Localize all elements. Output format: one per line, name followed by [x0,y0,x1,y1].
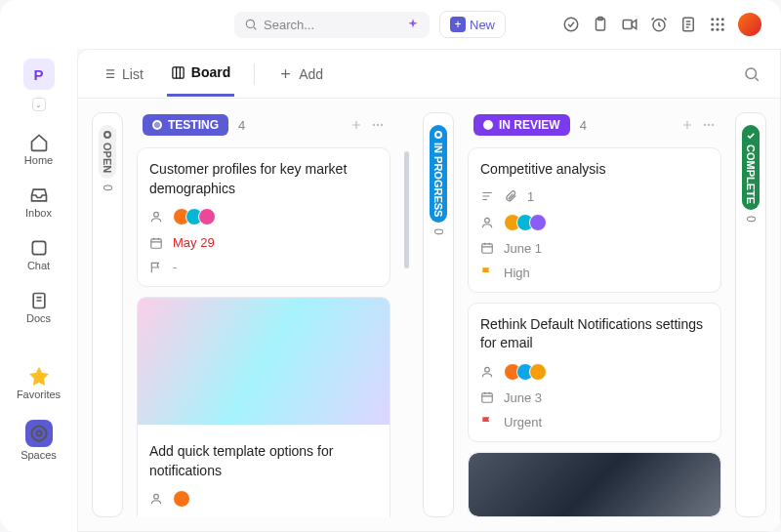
svg-point-9 [721,18,724,20]
spaces-icon [25,420,53,447]
svg-rect-26 [151,239,162,248]
plus-icon [278,66,293,81]
assignee-icon [149,210,163,224]
clipboard-icon[interactable] [592,16,609,33]
flag-icon [480,415,494,429]
svg-rect-4 [623,20,632,29]
tab-list[interactable]: List [98,53,147,96]
assignee-icon [149,492,163,506]
task-card[interactable]: Competitive analysis 1 June 1 [468,147,721,293]
topbar: Search... + New [0,0,781,49]
scroll-indicator[interactable] [404,151,409,268]
column-in-review: IN REVIEW 4 Competitive analysis [468,112,721,517]
more-icon[interactable] [702,118,716,132]
flag-icon [480,266,494,279]
card-cover-image [138,298,390,425]
nav-inbox[interactable]: Inbox [0,178,77,226]
column-in-progress-collapsed[interactable]: IN PROGRESS 0 [423,112,454,517]
board-area: OPEN 0 TESTING 4 [78,99,780,531]
user-avatar[interactable] [738,13,761,36]
task-card[interactable]: Add quick template options for notificat… [137,297,390,517]
attachment-icon [504,189,517,203]
task-icon[interactable] [562,16,580,33]
collapse-toggle[interactable]: ⌄ [32,98,46,111]
view-tabs: List Board Add [78,50,780,99]
search-input[interactable]: Search... [234,12,430,38]
svg-point-11 [717,23,719,26]
task-card[interactable]: Customer profiles for key market demogra… [137,147,390,287]
nav-home[interactable]: Home [0,125,77,174]
nav-chat[interactable]: Chat [0,230,77,279]
svg-point-32 [485,218,490,223]
task-card[interactable]: Rethink Default Notifications settings f… [468,303,721,442]
nav-spaces[interactable]: Spaces [0,412,77,469]
alarm-icon[interactable] [650,16,668,33]
calendar-icon [480,390,494,404]
home-icon [29,133,49,152]
svg-point-12 [721,23,724,26]
plus-icon: + [450,17,466,32]
add-card-icon[interactable] [349,118,363,132]
svg-point-23 [377,124,379,126]
svg-point-14 [717,28,719,31]
nav-docs[interactable]: Docs [0,283,77,332]
add-card-icon[interactable] [680,118,694,132]
inbox-icon [29,185,49,205]
task-card[interactable] [468,452,721,517]
column-complete-collapsed[interactable]: COMPLETE 0 [735,112,766,517]
more-icon[interactable] [371,118,385,132]
tab-board[interactable]: Board [167,51,234,97]
tab-add[interactable]: Add [274,53,327,96]
svg-point-31 [712,124,714,126]
svg-rect-35 [482,393,493,402]
svg-point-1 [564,18,578,31]
status-open: OPEN [99,125,116,179]
workspace-badge[interactable]: P [23,59,55,90]
assignees[interactable] [173,208,216,225]
status-testing[interactable]: TESTING [143,114,228,136]
board-search-icon[interactable] [743,65,760,83]
svg-rect-20 [173,66,184,77]
svg-point-24 [381,124,383,126]
status-complete: COMPLETE [742,125,760,210]
column-header: IN REVIEW 4 [468,112,721,138]
star-icon [29,367,49,387]
grid-icon[interactable] [709,16,726,33]
chat-icon [29,238,49,258]
column-open-collapsed[interactable]: OPEN 0 [92,112,123,517]
flag-icon [149,261,163,274]
ai-sparkle-icon[interactable] [406,18,420,31]
description-icon [480,189,494,203]
svg-rect-16 [32,241,45,254]
svg-point-10 [711,23,714,26]
card-cover-image [469,453,720,516]
assignees[interactable] [173,490,190,508]
svg-point-18 [31,427,46,441]
docs-icon [29,291,49,310]
nav-favorites[interactable]: Favorites [0,359,77,408]
svg-point-30 [708,124,710,126]
top-icons [562,13,761,36]
svg-point-22 [373,124,375,126]
svg-point-7 [711,18,714,20]
calendar-icon [149,236,163,250]
new-button[interactable]: + New [439,11,506,38]
assignees[interactable] [504,214,547,231]
doc-icon[interactable] [679,16,697,33]
status-in-review[interactable]: IN REVIEW [473,114,570,136]
column-header: TESTING 4 [137,112,390,138]
video-icon[interactable] [621,16,638,33]
assignees[interactable] [504,363,547,381]
svg-point-13 [711,28,714,31]
sidebar: P ⌄ Home Inbox Chat Docs Favorites Space… [0,49,77,532]
svg-point-29 [704,124,706,126]
svg-point-0 [246,20,254,27]
content: List Board Add OPEN 0 [77,49,781,532]
svg-point-25 [154,213,159,218]
assignee-icon [480,216,494,229]
svg-point-27 [154,495,159,500]
list-icon [102,66,116,81]
svg-rect-33 [482,244,493,253]
search-placeholder: Search... [264,18,314,32]
search-icon [244,18,258,31]
